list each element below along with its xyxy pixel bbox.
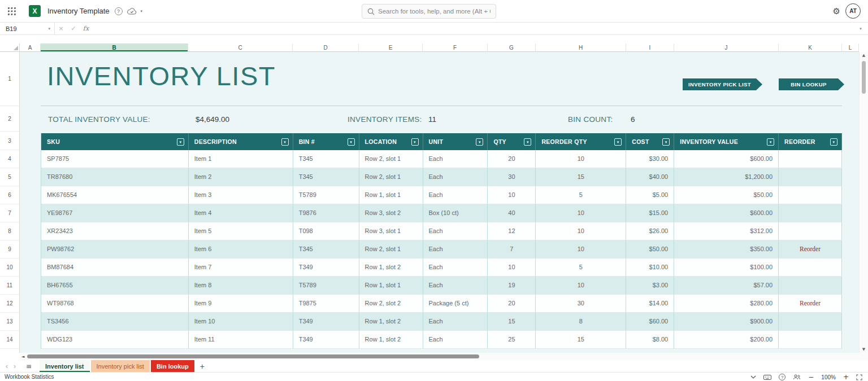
cell[interactable]: Row 1, slot 2 <box>359 259 423 277</box>
vertical-scrollbar[interactable]: ▲ ▼ <box>859 52 868 353</box>
cell[interactable]: BM87684 <box>41 259 189 277</box>
cell[interactable]: T345 <box>293 168 359 186</box>
document-title[interactable]: Inventory Template <box>47 7 110 15</box>
filter-dropdown-icon[interactable]: ▾ <box>614 138 622 146</box>
cell[interactable]: SP7875 <box>41 150 189 168</box>
cell[interactable]: 12 <box>488 222 536 240</box>
zoom-out-button[interactable]: − <box>808 374 814 380</box>
row-header-6[interactable]: 6 <box>0 186 19 204</box>
cell[interactable]: $50.00 <box>626 240 674 259</box>
cell[interactable]: Each <box>423 222 488 240</box>
search-box[interactable] <box>362 4 496 19</box>
cell[interactable]: 10 <box>536 204 626 222</box>
scroll-down-icon[interactable]: ▼ <box>860 347 868 352</box>
cell[interactable]: $100.00 <box>674 259 779 277</box>
bin-lookup-button[interactable]: BIN LOOKUP <box>779 78 844 90</box>
cell[interactable]: Row 3, slot 1 <box>359 222 423 240</box>
row-header-7[interactable]: 7 <box>0 204 19 222</box>
help-icon[interactable]: ? <box>779 374 785 380</box>
vertical-scroll-thumb[interactable] <box>862 61 866 94</box>
cell[interactable]: $900.00 <box>674 313 779 331</box>
formula-input[interactable] <box>92 23 853 34</box>
cell[interactable]: Each <box>423 168 488 186</box>
cell[interactable]: 30 <box>536 295 626 313</box>
column-header-J[interactable]: J <box>674 43 779 51</box>
cell[interactable] <box>779 204 842 222</box>
cell[interactable]: $14.00 <box>626 295 674 313</box>
app-launcher-icon[interactable] <box>7 7 16 16</box>
filter-dropdown-icon[interactable]: ▾ <box>281 138 289 146</box>
cell[interactable]: Item 11 <box>189 331 293 349</box>
horizontal-scrollbar[interactable]: ◄ <box>20 353 859 360</box>
cell[interactable]: WDG123 <box>41 331 189 349</box>
cell[interactable]: Row 2, slot 1 <box>359 168 423 186</box>
cell[interactable]: 10 <box>536 277 626 295</box>
cell[interactable]: $280.00 <box>674 295 779 313</box>
cell[interactable]: T349 <box>293 331 359 349</box>
inventory-items-count[interactable]: 11 <box>428 115 436 124</box>
insert-function-icon[interactable]: fx <box>80 25 92 32</box>
row-header-4[interactable]: 4 <box>0 150 19 168</box>
cell[interactable]: Item 8 <box>189 277 293 295</box>
inventory-items-label[interactable]: INVENTORY ITEMS: <box>348 115 422 124</box>
cell[interactable]: $50.00 <box>674 186 779 204</box>
cell[interactable]: 8 <box>536 313 626 331</box>
cell[interactable]: Each <box>423 313 488 331</box>
cell[interactable] <box>779 222 842 240</box>
cell[interactable]: Row 2, slot 2 <box>359 295 423 313</box>
cell[interactable]: T9875 <box>293 295 359 313</box>
column-header-D[interactable]: D <box>293 43 359 51</box>
cell[interactable]: Item 4 <box>189 204 293 222</box>
row-header-12[interactable]: 12 <box>0 295 19 313</box>
cell[interactable]: 40 <box>488 204 536 222</box>
filter-dropdown-icon[interactable]: ▾ <box>476 138 483 146</box>
cell[interactable]: Row 2, slot 1 <box>359 150 423 168</box>
tabs-prev-icon[interactable]: ‹ <box>6 363 8 370</box>
bin-count[interactable]: 6 <box>631 115 635 124</box>
cell[interactable]: T349 <box>293 259 359 277</box>
row-header-10[interactable]: 10 <box>0 259 19 277</box>
cell[interactable]: 15 <box>536 331 626 349</box>
cell[interactable]: 10 <box>536 240 626 259</box>
add-sheet-icon[interactable]: + <box>200 362 205 370</box>
scroll-up-icon[interactable]: ▲ <box>860 53 868 58</box>
cell[interactable]: $1,200.00 <box>674 168 779 186</box>
name-box-chevron-icon[interactable]: ▾ <box>48 27 50 31</box>
cell[interactable] <box>779 277 842 295</box>
cell[interactable]: T5789 <box>293 186 359 204</box>
fit-to-window-icon[interactable] <box>856 374 862 380</box>
cell[interactable]: Reorder <box>779 240 842 259</box>
cell[interactable] <box>779 186 842 204</box>
scroll-left-icon[interactable]: ◄ <box>21 354 24 359</box>
cell[interactable] <box>779 150 842 168</box>
filter-dropdown-icon[interactable]: ▾ <box>348 138 355 146</box>
cell[interactable]: T098 <box>293 222 359 240</box>
cell[interactable]: Each <box>423 150 488 168</box>
row-header-5[interactable]: 5 <box>0 168 19 186</box>
help-badge-icon[interactable]: ? <box>115 7 123 15</box>
cell[interactable]: $15.00 <box>626 204 674 222</box>
cell[interactable]: Row 2, slot 1 <box>359 240 423 259</box>
cell[interactable]: $40.00 <box>626 168 674 186</box>
cell[interactable]: $60.00 <box>626 313 674 331</box>
excel-logo-icon[interactable]: X <box>29 5 41 17</box>
name-box[interactable]: B19 ▾ <box>0 23 55 34</box>
cell[interactable]: Each <box>423 331 488 349</box>
cell[interactable]: $312.00 <box>674 222 779 240</box>
search-input[interactable] <box>378 8 491 15</box>
filter-dropdown-icon[interactable]: ▾ <box>524 138 531 146</box>
cell[interactable]: TR87680 <box>41 168 189 186</box>
column-header-F[interactable]: F <box>423 43 488 51</box>
cell[interactable]: $350.00 <box>674 240 779 259</box>
cell[interactable]: 20 <box>488 295 536 313</box>
cell[interactable]: Item 7 <box>189 259 293 277</box>
cell[interactable]: BH67655 <box>41 277 189 295</box>
cell[interactable]: $600.00 <box>674 150 779 168</box>
cell[interactable]: $57.00 <box>674 277 779 295</box>
keyboard-icon[interactable] <box>763 375 771 380</box>
cell[interactable]: Item 5 <box>189 222 293 240</box>
cell[interactable]: Each <box>423 259 488 277</box>
cell[interactable]: TS3456 <box>41 313 189 331</box>
cell[interactable]: Row 1, slot 1 <box>359 186 423 204</box>
title-chevron-down-icon[interactable]: ▾ <box>141 9 143 14</box>
